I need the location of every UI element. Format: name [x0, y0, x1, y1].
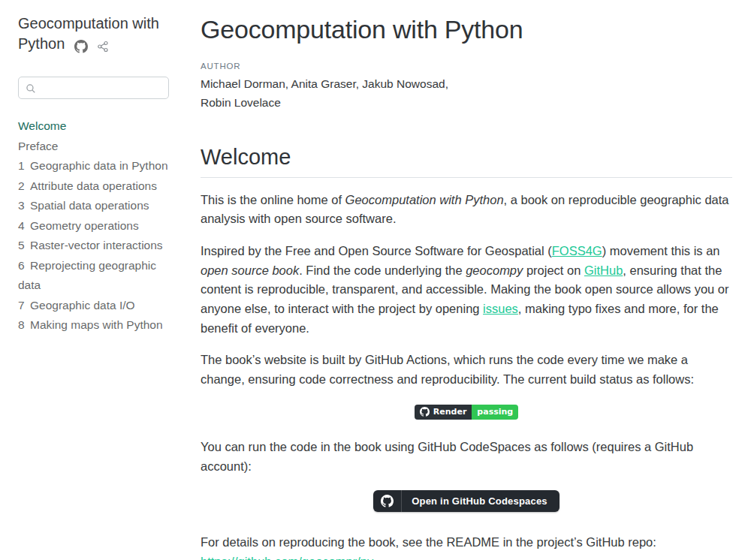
paragraph-open-source: Inspired by the Free and Open Source Sof… [201, 242, 732, 339]
page-title: Geocomputation with Python [201, 14, 732, 46]
chapter-number: 8 [18, 315, 30, 336]
sidebar-item-preface[interactable]: Preface [18, 137, 169, 157]
italic-text: geocompy [466, 263, 523, 277]
badge-status: passing [472, 405, 518, 420]
chapter-number: 1 [18, 156, 30, 176]
sidebar-item-label: Reprojecting geographic data [18, 259, 156, 292]
share-icon [97, 37, 109, 53]
sidebar-item-geometry-operations[interactable]: 4Geometry operations [18, 216, 169, 236]
chapter-number: 3 [18, 196, 30, 216]
italic-text: Geocomputation with Python [345, 193, 504, 206]
book-title-link[interactable]: Geocomputation with Python [18, 15, 159, 52]
build-status-badge[interactable]: Render passing [415, 405, 518, 420]
sidebar-item-geographic-data-in-python[interactable]: 1Geographic data in Python [18, 156, 169, 176]
paragraph-build-status: The book’s website is built by GitHub Ac… [201, 351, 732, 389]
sidebar-item-welcome[interactable]: Welcome [18, 116, 169, 137]
github-icon [74, 37, 88, 53]
sidebar-item-label: Geometry operations [30, 219, 139, 232]
sidebar-item-label: Geographic data I/O [30, 299, 135, 312]
chapter-number: 4 [18, 216, 30, 236]
codespaces-button-label: Open in GitHub Codespaces [412, 495, 547, 507]
badge-workflow-name: Render [433, 405, 467, 420]
paragraph-intro: This is the online home of Geocomputatio… [201, 191, 732, 229]
sidebar-item-label: Making maps with Python [30, 318, 163, 331]
codespaces-button-block: Open in GitHub Codespaces [201, 490, 732, 512]
github-icon [373, 490, 402, 512]
authors: Michael Dorman, Anita Graser, Jakub Nowo… [201, 74, 732, 112]
chapter-number: 5 [18, 236, 30, 256]
open-codespaces-button[interactable]: Open in GitHub Codespaces [373, 490, 559, 512]
inline-link[interactable]: https://github.com/geocompr/py [201, 555, 372, 560]
github-repo-link[interactable] [74, 35, 88, 56]
search-box[interactable] [18, 77, 169, 99]
inline-link[interactable]: issues [483, 302, 518, 315]
page: Geocomputation with Python WelcomePrefac… [0, 0, 751, 560]
sidebar-item-making-maps-with-python[interactable]: 8Making maps with Python [18, 315, 169, 336]
share-button[interactable] [97, 35, 109, 56]
section-heading: Welcome [201, 145, 732, 178]
sidebar: Geocomputation with Python WelcomePrefac… [0, 0, 201, 560]
sidebar-item-label: Geographic data in Python [30, 159, 168, 172]
build-badge-block: Render passing [201, 404, 732, 420]
search-input[interactable] [41, 81, 161, 95]
sidebar-item-reprojecting-geographic-data[interactable]: 6Reprojecting geographic data [18, 256, 169, 296]
sidebar-item-spatial-data-operations[interactable]: 3Spatial data operations [18, 196, 169, 216]
authors-line: Robin Lovelace [201, 93, 732, 112]
sidebar-item-geographic-data-i-o[interactable]: 7Geographic data I/O [18, 296, 169, 316]
chapter-number: 7 [18, 296, 30, 316]
sidebar-item-label: Preface [18, 140, 58, 152]
inline-link[interactable]: FOSS4G [552, 244, 602, 257]
authors-line: Michael Dorman, Anita Graser, Jakub Nowo… [201, 74, 732, 93]
sidebar-item-label: Spatial data operations [30, 199, 149, 212]
badge-left: Render [415, 405, 472, 420]
paragraph-codespaces: You can run the code in the book using G… [201, 438, 732, 476]
italic-text: open source book [201, 263, 299, 277]
inline-link[interactable]: GitHub [584, 263, 623, 277]
sidebar-item-attribute-data-operations[interactable]: 2Attribute data operations [18, 176, 169, 197]
main-content: Geocomputation with Python AUTHOR Michae… [201, 0, 751, 560]
search-icon [26, 81, 36, 95]
github-icon [420, 405, 430, 420]
chapter-number: 2 [18, 176, 30, 197]
sidebar-title-block: Geocomputation with Python [18, 14, 169, 56]
sidebar-item-label: Raster-vector interactions [30, 239, 163, 251]
paragraph-readme: For details on reproducing the book, see… [201, 533, 732, 560]
sidebar-item-raster-vector-interactions[interactable]: 5Raster-vector interactions [18, 236, 169, 256]
sidebar-nav: WelcomePreface1Geographic data in Python… [18, 116, 169, 336]
chapter-number: 6 [18, 256, 30, 276]
sidebar-item-label: Attribute data operations [30, 179, 157, 192]
author-label: AUTHOR [201, 62, 732, 71]
sidebar-item-label: Welcome [18, 119, 66, 132]
